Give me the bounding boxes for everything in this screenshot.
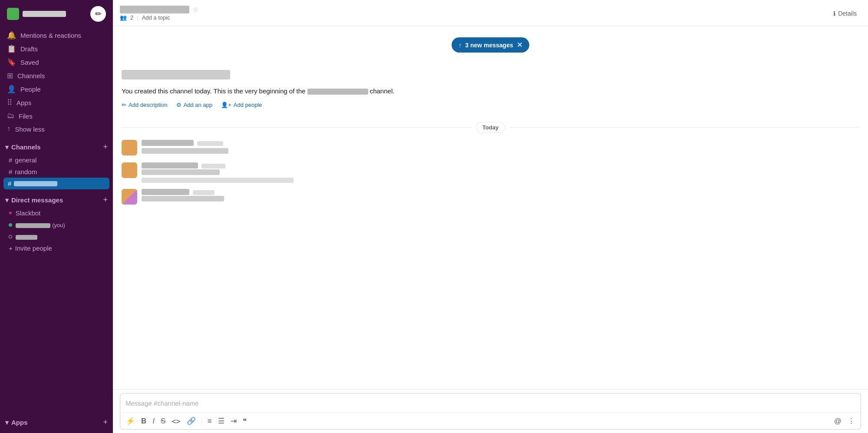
dm-slackbot[interactable]: ♥ Slackbot: [0, 207, 113, 219]
star-icon[interactable]: ☆: [193, 6, 198, 13]
add-description-button[interactable]: ✏ Add description: [122, 102, 168, 108]
dm-you[interactable]: (you): [0, 219, 113, 231]
message-body-2: [142, 162, 859, 183]
message-avatar-1: [122, 140, 137, 155]
sidebar-item-people[interactable]: 👤 People: [0, 83, 113, 96]
at-mention-icon[interactable]: @: [832, 415, 844, 427]
apps-section-header[interactable]: ▾ Apps +: [0, 415, 113, 430]
block-quote-icon[interactable]: ❝: [241, 415, 249, 427]
bookmark-icon[interactable]: 🔖: [832, 142, 844, 152]
showless-icon: ↑: [7, 125, 11, 133]
sidebar-item-files[interactable]: 🗂 Files: [0, 109, 113, 122]
dm-section-title: Direct messages: [11, 196, 63, 204]
message-group-3: [122, 189, 859, 205]
message-header-3: [142, 189, 859, 195]
messages-area: ↑ 3 new messages ✕ You created this chan…: [113, 26, 868, 389]
workspace-name[interactable]: [7, 8, 66, 20]
close-new-messages-icon[interactable]: ✕: [517, 41, 522, 49]
drafts-icon: 📋: [7, 44, 16, 53]
channels-section-header[interactable]: ▾ Channels +: [0, 140, 113, 154]
topbar: ☆ 👥 2 | Add a topic ℹ Details: [113, 0, 868, 26]
add-dm-button[interactable]: +: [101, 195, 109, 205]
more-actions-icon[interactable]: ⋮: [846, 142, 856, 152]
sidebar: ✏ 🔔 Mentions & reactions 📋 Drafts 🔖 Save…: [0, 0, 113, 433]
sidebar-item-channels[interactable]: ⊞ Channels: [0, 69, 113, 83]
italic-icon[interactable]: I: [150, 415, 157, 427]
channel-name: general: [15, 156, 36, 164]
dm-name-slackbot: Slackbot: [16, 209, 41, 217]
dm-section-header[interactable]: ▾ Direct messages +: [0, 193, 113, 207]
message-avatar-2: [122, 162, 137, 178]
bold-icon[interactable]: B: [139, 415, 149, 427]
add-app-button[interactable]: ⚙ Add an app: [176, 102, 213, 108]
more-toolbar-icon[interactable]: ⋮: [845, 415, 857, 427]
dm-name-other: [16, 233, 37, 240]
details-label: Details: [838, 10, 857, 17]
lightning-icon[interactable]: ⚡: [124, 415, 137, 427]
channels-section-title: Channels: [11, 143, 41, 151]
strikethrough-icon[interactable]: S: [158, 415, 168, 427]
offline-status-icon: [9, 235, 12, 238]
reply-icon[interactable]: ↩: [821, 142, 830, 152]
toolbar-right: @ ⋮: [832, 415, 857, 427]
add-people-button[interactable]: 👤+ Add people: [221, 102, 262, 108]
dm-chevron-icon: ▾: [5, 196, 9, 204]
new-messages-pill[interactable]: ↑ 3 new messages ✕: [452, 37, 529, 53]
message-input-box: Message #channel-name ⚡ B I S <> 🔗 ≡ ☰ ⇥…: [120, 393, 861, 430]
message-input-area: Message #channel-name ⚡ B I S <> 🔗 ≡ ☰ ⇥…: [113, 389, 868, 433]
channel-name: random: [15, 168, 37, 175]
code-icon[interactable]: <>: [169, 415, 182, 427]
app-icon: ⚙: [176, 102, 182, 108]
channel-item-general[interactable]: # general: [0, 154, 113, 166]
msg-content-blur-2a: [142, 169, 220, 175]
hash-icon: #: [8, 180, 11, 187]
message-avatar-3: [122, 189, 137, 205]
ordered-list-icon[interactable]: ≡: [205, 415, 214, 427]
link-icon[interactable]: 🔗: [185, 415, 198, 427]
channel-item-active[interactable]: #: [3, 178, 109, 189]
sidebar-item-apps[interactable]: ⠿ Apps: [0, 96, 113, 109]
sidebar-item-label: Drafts: [20, 45, 38, 53]
msg-content-blur-1: [142, 148, 228, 154]
person-add-icon: 👤+: [221, 102, 231, 108]
sidebar-item-label: People: [20, 86, 41, 93]
message-group-1: 😊 ↩ 🔖 ⋮: [122, 140, 859, 157]
message-text-1: [142, 147, 859, 157]
topbar-left: ☆ 👥 2 | Add a topic: [120, 6, 198, 21]
details-button[interactable]: ℹ Details: [829, 8, 861, 19]
sidebar-item-label: Mentions & reactions: [20, 32, 81, 39]
sidebar-item-saved[interactable]: 🔖 Saved: [0, 56, 113, 69]
sender-blur-3: [142, 189, 189, 195]
workspace-label-blur: [23, 11, 66, 17]
add-apps-button[interactable]: +: [101, 418, 109, 427]
sender-blur-1: [142, 140, 194, 146]
msg-content-blur-3: [142, 196, 224, 202]
new-messages-text: 3 new messages: [465, 42, 513, 49]
dm-name-you: (you): [16, 221, 65, 228]
unordered-list-icon[interactable]: ☰: [216, 415, 227, 427]
add-channel-button[interactable]: +: [101, 142, 109, 152]
compose-button[interactable]: ✏: [90, 6, 106, 22]
message-group-2: [122, 162, 859, 183]
apps-chevron-icon: ▾: [5, 419, 9, 426]
sidebar-item-drafts[interactable]: 📋 Drafts: [0, 42, 113, 56]
add-topic-link[interactable]: Add a topic: [142, 14, 170, 21]
sidebar-item-label: Show less: [15, 126, 45, 133]
message-text-2: [142, 169, 859, 183]
dm-other[interactable]: [0, 231, 113, 242]
sidebar-item-mentions[interactable]: 🔔 Mentions & reactions: [0, 29, 113, 42]
message-text-3: [142, 196, 859, 202]
sidebar-item-showless[interactable]: ↑ Show less: [0, 122, 113, 136]
invite-people-item[interactable]: + Invite people: [0, 242, 113, 254]
emoji-react-icon[interactable]: 😊: [807, 142, 819, 152]
time-blur-2: [201, 164, 225, 169]
time-blur-1: [197, 141, 223, 146]
channel-intro-text: You created this channel today. This is …: [122, 86, 859, 96]
apps-icon: ⠿: [7, 98, 12, 107]
sidebar-item-label: Files: [19, 112, 33, 120]
message-input-toolbar: ⚡ B I S <> 🔗 ≡ ☰ ⇥ ❝ @ ⋮: [120, 413, 861, 429]
channels-section-title-group: ▾ Channels: [5, 143, 41, 151]
message-input-top[interactable]: Message #channel-name: [120, 393, 861, 413]
indent-icon[interactable]: ⇥: [228, 415, 239, 427]
channel-item-random[interactable]: # random: [0, 166, 113, 178]
